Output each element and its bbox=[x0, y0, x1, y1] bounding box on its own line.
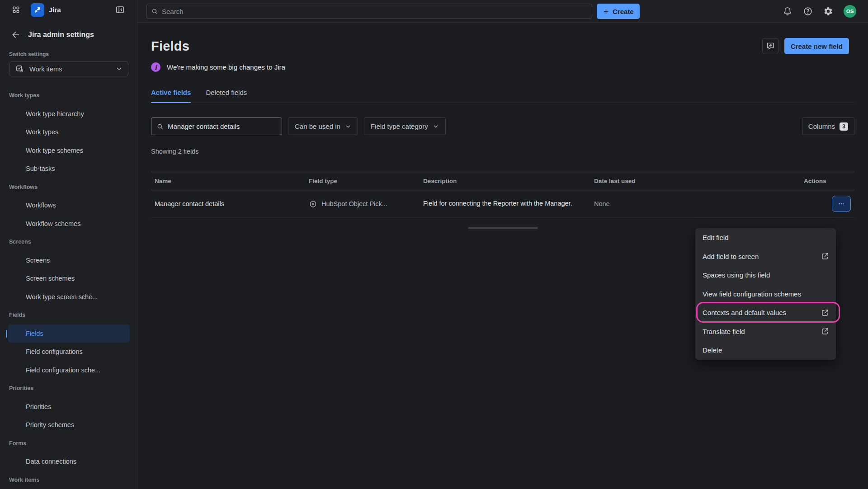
plus-icon bbox=[603, 8, 609, 15]
menu-item-view-field-configuration-schemes[interactable]: View field configuration schemes bbox=[695, 285, 836, 304]
sidebar-item-work-type-hierarchy[interactable]: Work type hierarchy bbox=[8, 105, 130, 123]
tab-active-fields[interactable]: Active fields bbox=[151, 89, 191, 103]
back-arrow-icon bbox=[11, 30, 20, 39]
menu-item-label: Contexts and default values bbox=[703, 309, 786, 316]
notifications-button[interactable] bbox=[783, 6, 793, 16]
header-name: Name bbox=[151, 172, 305, 190]
sidebar-item-field-configuration-sche[interactable]: Field configuration sche... bbox=[8, 361, 130, 380]
app-switcher-icon bbox=[12, 5, 20, 14]
menu-item-label: View field configuration schemes bbox=[703, 290, 801, 298]
switcher-value: Work items bbox=[29, 66, 62, 73]
sidebar-item-workflow-schemes[interactable]: Workflow schemes bbox=[8, 215, 130, 233]
sidebar-item-screen-schemes[interactable]: Screen schemes bbox=[8, 269, 130, 288]
columns-count-badge: 3 bbox=[840, 122, 848, 131]
create-new-field-button[interactable]: Create new field bbox=[784, 38, 849, 54]
app-name: Jira bbox=[49, 6, 115, 14]
sidebar-item-priorities[interactable]: Priorities bbox=[8, 398, 130, 416]
announcement-banner: i We're making some big changes to Jira bbox=[151, 62, 854, 72]
field-type-category-dropdown[interactable]: Field type category bbox=[364, 118, 446, 135]
results-summary: Showing 2 fields bbox=[151, 148, 854, 155]
create-button[interactable]: Create bbox=[597, 4, 640, 19]
search-icon bbox=[156, 123, 164, 130]
table-header-row: Name Field type Description Date last us… bbox=[151, 172, 854, 190]
nav-section-forms: Forms bbox=[0, 434, 137, 453]
dropdown-label: Field type category bbox=[371, 122, 428, 130]
jira-logo-glyph bbox=[33, 5, 42, 15]
sidebar-item-work-type-schemes[interactable]: Work type schemes bbox=[8, 141, 130, 160]
external-link-icon bbox=[821, 327, 829, 335]
header-field-type: Field type bbox=[305, 172, 420, 190]
avatar[interactable]: OS bbox=[844, 5, 856, 18]
menu-item-contexts-and-default-values[interactable]: Contexts and default values bbox=[695, 303, 836, 322]
field-type-icon bbox=[309, 200, 317, 208]
switch-settings-label: Switch settings bbox=[9, 51, 137, 57]
page-title: Fields bbox=[151, 39, 189, 54]
chevron-down-icon bbox=[116, 66, 123, 72]
horizontal-scrollbar-thumb[interactable] bbox=[468, 227, 538, 229]
nav-section-fields: Fields bbox=[0, 306, 137, 324]
field-search[interactable] bbox=[151, 118, 282, 135]
menu-item-label: Delete bbox=[703, 346, 722, 354]
sidebar-item-sub-tasks[interactable]: Sub-tasks bbox=[8, 160, 130, 178]
create-button-label: Create bbox=[613, 8, 634, 15]
nav-section-workflows: Workflows bbox=[0, 178, 137, 197]
selected-indicator bbox=[6, 330, 7, 338]
jira-admin-window: Jira Jira admin settings Switch settings… bbox=[0, 0, 868, 489]
table-row: Manager contact details HubSpot Object P… bbox=[151, 190, 854, 218]
sidebar-item-field-configurations[interactable]: Field configurations bbox=[8, 343, 130, 361]
filter-bar: Can be used in Field type category Colum… bbox=[151, 118, 854, 135]
field-search-input[interactable] bbox=[168, 122, 277, 130]
feedback-icon bbox=[766, 42, 775, 51]
sidebar-collapse-icon bbox=[115, 5, 125, 14]
menu-item-label: Edit field bbox=[703, 234, 729, 241]
back-button[interactable] bbox=[11, 30, 20, 39]
header-date-last-used: Date last used bbox=[590, 172, 800, 190]
sidebar-title: Jira admin settings bbox=[28, 31, 94, 39]
sidebar-collapse-button[interactable] bbox=[115, 5, 125, 14]
columns-label: Columns bbox=[808, 122, 835, 130]
settings-button[interactable] bbox=[823, 6, 833, 16]
search-icon bbox=[151, 8, 158, 15]
can-be-used-in-dropdown[interactable]: Can be used in bbox=[288, 118, 358, 135]
sidebar-item-work-type-screen-sche[interactable]: Work type screen sche... bbox=[8, 288, 130, 306]
help-icon bbox=[803, 6, 813, 16]
menu-item-label: Spaces using this field bbox=[703, 271, 770, 279]
row-actions-button[interactable] bbox=[832, 196, 851, 212]
bell-icon bbox=[783, 6, 793, 16]
sidebar-item-fields[interactable]: Fields bbox=[8, 324, 130, 343]
menu-item-translate-field[interactable]: Translate field bbox=[695, 322, 836, 341]
header-actions: Actions bbox=[800, 172, 854, 190]
header-actions: Create new field bbox=[762, 38, 849, 54]
feedback-button[interactable] bbox=[762, 38, 778, 54]
row-actions-menu: Edit fieldAdd field to screenSpaces usin… bbox=[695, 228, 836, 360]
help-button[interactable] bbox=[803, 6, 813, 16]
menu-item-spaces-using-this-field[interactable]: Spaces using this field bbox=[695, 266, 836, 285]
cell-description: Field for connecting the Reporter with t… bbox=[423, 199, 582, 208]
sidebar-item-screens[interactable]: Screens bbox=[8, 251, 130, 270]
chevron-down-icon bbox=[433, 123, 439, 130]
dropdown-label: Can be used in bbox=[295, 122, 340, 130]
topbar-actions: OS bbox=[783, 5, 856, 18]
nav-section-priorities: Priorities bbox=[0, 379, 137, 398]
global-search[interactable] bbox=[146, 4, 592, 19]
sidebar-item-workflows[interactable]: Workflows bbox=[8, 196, 130, 215]
menu-item-delete[interactable]: Delete bbox=[695, 341, 836, 360]
jira-logo[interactable] bbox=[31, 3, 44, 17]
columns-button[interactable]: Columns 3 bbox=[802, 118, 854, 135]
nav-section-work-items-clipped: Work items bbox=[0, 471, 137, 489]
menu-item-label: Add field to screen bbox=[703, 253, 759, 260]
sidebar-item-data-connections[interactable]: Data connections bbox=[8, 452, 130, 471]
gear-icon bbox=[823, 6, 833, 16]
sidebar: Jira Jira admin settings Switch settings… bbox=[0, 0, 137, 489]
settings-switcher[interactable]: Work items bbox=[9, 61, 128, 76]
info-icon: i bbox=[151, 62, 160, 72]
external-link-icon bbox=[821, 252, 829, 260]
menu-item-label: Translate field bbox=[703, 328, 745, 335]
menu-item-add-field-to-screen[interactable]: Add field to screen bbox=[695, 247, 836, 266]
tab-deleted-fields[interactable]: Deleted fields bbox=[206, 89, 247, 103]
app-switcher-button[interactable] bbox=[12, 5, 20, 14]
menu-item-edit-field[interactable]: Edit field bbox=[695, 228, 836, 247]
search-input[interactable] bbox=[162, 8, 587, 15]
sidebar-item-priority-schemes[interactable]: Priority schemes bbox=[8, 416, 130, 434]
sidebar-item-work-types[interactable]: Work types bbox=[8, 123, 130, 141]
